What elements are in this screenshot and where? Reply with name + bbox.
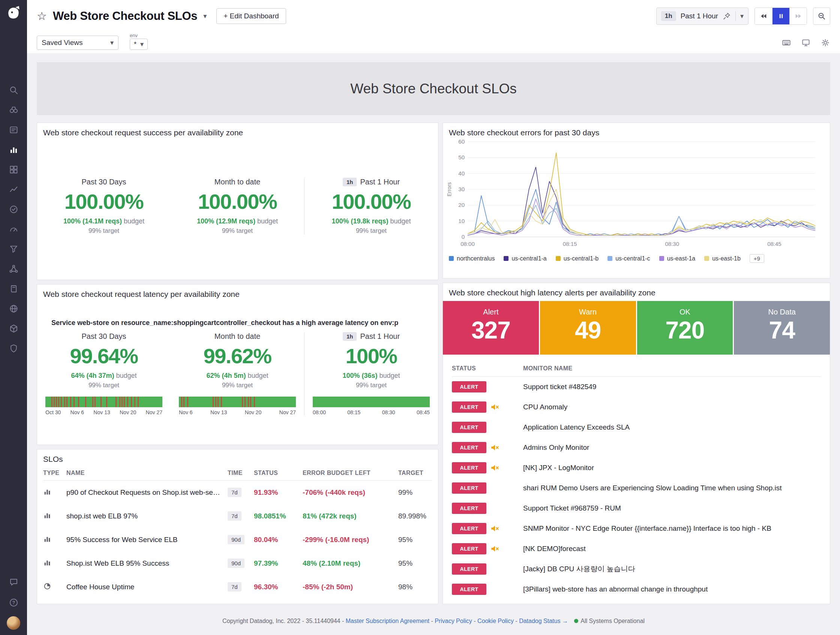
- watchdog-icon[interactable]: [3, 100, 24, 120]
- alert-summary-ok[interactable]: OK720: [637, 301, 733, 355]
- datadog-logo[interactable]: [5, 5, 22, 22]
- strip-axis: Oct 30Nov 6Nov 13Nov 20Nov 27: [45, 407, 163, 415]
- metrics-icon[interactable]: [3, 180, 24, 199]
- footer-link[interactable]: Cookie Policy: [477, 618, 514, 624]
- alert-summary-blocks: Alert327Warn49OK720No Data74: [443, 301, 830, 355]
- errors-line-chart[interactable]: 010203040506008:0008:1508:3008:45Errors: [443, 137, 830, 253]
- period-label: Month to date: [171, 178, 304, 186]
- edit-dashboard-button[interactable]: + Edit Dashboard: [216, 8, 286, 24]
- legend-item[interactable]: us-east-1b: [704, 255, 741, 262]
- time-window-chip: 7d: [227, 488, 242, 497]
- alert-summary-no-data[interactable]: No Data74: [734, 301, 830, 355]
- slo-value: 99.62%: [171, 344, 304, 368]
- dashboard-content: Web Store Checkout SLOs Web store checko…: [27, 53, 840, 635]
- monitors-icon[interactable]: [3, 199, 24, 219]
- alert-summary-warn[interactable]: Warn49: [540, 301, 636, 355]
- slo-status-value: 80.04%: [254, 536, 303, 544]
- footer-link[interactable]: Privacy Policy: [435, 618, 472, 624]
- dashboards-icon[interactable]: [3, 140, 24, 160]
- monitor-name: SNMP Monitor - NYC Edge Router {{interfa…: [523, 525, 821, 533]
- period-label: Past 30 Days: [37, 178, 171, 186]
- service-map-icon[interactable]: [3, 259, 24, 279]
- monitor-row[interactable]: ALERTSupport ticket #482549: [452, 377, 821, 397]
- legend-more-button[interactable]: +9: [750, 254, 764, 263]
- pin-icon[interactable]: [723, 12, 731, 20]
- alert-status-badge: ALERT: [452, 482, 486, 494]
- monitor-row[interactable]: ALERTshari RUM Demo Users are Experienci…: [452, 478, 821, 498]
- footer-link[interactable]: Datadog Status →: [519, 618, 568, 624]
- env-filter[interactable]: env * ▾: [130, 33, 148, 50]
- svg-text:08:30: 08:30: [665, 241, 679, 247]
- slo-target-value: 99%: [398, 488, 432, 497]
- monitor-row[interactable]: ALERTApplication Latency Exceeds SLA: [452, 417, 821, 438]
- alert-status-badge: ALERT: [452, 462, 486, 473]
- legend-item[interactable]: northcentralus: [449, 255, 495, 262]
- slo-period-column: Past 30 Days99.64%64% (4h 37m) budget99%…: [37, 332, 171, 415]
- slo-budget: 100% (19.8k reqs) budget: [305, 217, 438, 225]
- time-window-chip: 1h: [343, 332, 357, 341]
- slo-row[interactable]: shop.ist web ELB 97%7d98.0851%81% (472k …: [43, 504, 432, 528]
- legend-item[interactable]: us-central1-b: [556, 255, 598, 262]
- zoom-out-button[interactable]: [813, 8, 830, 25]
- chat-icon[interactable]: [3, 572, 24, 592]
- monitor-row[interactable]: ALERTAdmins Only Monitor: [452, 438, 821, 458]
- metric-bars-icon: [43, 511, 66, 521]
- saved-views-select[interactable]: Saved Views ▾: [37, 36, 118, 50]
- alert-summary-alert[interactable]: Alert327: [443, 301, 539, 355]
- slo-row[interactable]: 95% Success for Web Service ELB90d80.04%…: [43, 528, 432, 551]
- notebooks-icon[interactable]: [3, 279, 24, 299]
- time-window-chip: 90d: [227, 535, 245, 544]
- legend-item[interactable]: us-central1-c: [608, 255, 650, 262]
- muted-speaker-icon: [490, 524, 500, 533]
- monitor-row[interactable]: ALERT[NK DEMO]forecast: [452, 539, 821, 559]
- slo-target: 99% target: [171, 227, 304, 235]
- dashboard-title: Web Store Checkout SLOs: [53, 9, 197, 23]
- infrastructure-icon[interactable]: [3, 160, 24, 180]
- slo-error-budget: -85% (-2h 50m): [303, 583, 398, 591]
- monitor-row[interactable]: ALERT[3Pillars] web-store has an abnorma…: [452, 579, 821, 599]
- svg-text:0: 0: [462, 233, 465, 240]
- apm-icon[interactable]: [3, 219, 24, 239]
- systems-status: All Systems Operational: [581, 618, 645, 624]
- monitor-row[interactable]: ALERTSNMP Monitor - NYC Edge Router {{in…: [452, 518, 821, 539]
- footer-link[interactable]: Master Subscription Agreement: [346, 618, 429, 624]
- slo-target: 99% target: [305, 227, 438, 235]
- slo-row[interactable]: p90 of Checkout Requests on Shop.ist web…: [43, 481, 432, 504]
- pause-button[interactable]: [772, 8, 789, 24]
- serverless-icon[interactable]: [3, 318, 24, 339]
- settings-gear-icon[interactable]: [821, 38, 830, 47]
- summary-label: No Data: [734, 308, 830, 317]
- monitor-row[interactable]: ALERT[NK] JPX - LogMonitor: [452, 458, 821, 478]
- slo-row[interactable]: Shop.ist Web ELB 95% Success90d97.39%48%…: [43, 551, 432, 575]
- chevron-down-icon: ▾: [140, 40, 144, 48]
- keyboard-shortcuts-icon[interactable]: [782, 38, 791, 47]
- favorite-star-icon[interactable]: ☆: [37, 11, 47, 22]
- synthetics-icon[interactable]: [3, 299, 24, 318]
- time-range-chip: 1h: [661, 11, 676, 21]
- events-icon[interactable]: [3, 120, 24, 140]
- security-icon[interactable]: [3, 339, 24, 358]
- time-range-picker[interactable]: 1h Past 1 Hour ▾: [656, 8, 748, 25]
- legend-item[interactable]: us-central1-a: [504, 255, 546, 262]
- help-icon[interactable]: ?: [3, 592, 24, 613]
- time-range-dropdown-icon[interactable]: ▾: [740, 12, 744, 20]
- latency-subtitle: Service web-store on resource_name:shopp…: [37, 319, 438, 327]
- slo-row[interactable]: Coffee House Uptime7d96.30%-85% (-2h 50m…: [43, 575, 432, 599]
- monitor-row[interactable]: ALERT[Jacky] DB CPU 사용량이 높습니다: [452, 559, 821, 579]
- svg-text:40: 40: [458, 170, 465, 176]
- monitor-row[interactable]: ALERTCPU Anomaly: [452, 397, 821, 417]
- rewind-button[interactable]: [755, 8, 772, 24]
- monitor-row[interactable]: ALERTSupport Ticket #968759 - RUM: [452, 498, 821, 518]
- tv-mode-icon[interactable]: [801, 38, 811, 47]
- forward-button[interactable]: [789, 8, 807, 24]
- monitor-name: CPU Anomaly: [523, 403, 821, 411]
- search-icon[interactable]: [3, 80, 24, 100]
- slo-target-value: 95%: [398, 536, 432, 544]
- dashboard-banner: Web Store Checkout SLOs: [37, 62, 830, 115]
- saved-views-label: Saved Views: [42, 39, 83, 47]
- user-avatar[interactable]: [7, 616, 20, 630]
- legend-item[interactable]: us-east-1a: [659, 255, 696, 262]
- title-chevron-down-icon[interactable]: ▾: [203, 12, 207, 20]
- muted-speaker-icon: [490, 463, 500, 473]
- pipelines-icon[interactable]: [3, 239, 24, 259]
